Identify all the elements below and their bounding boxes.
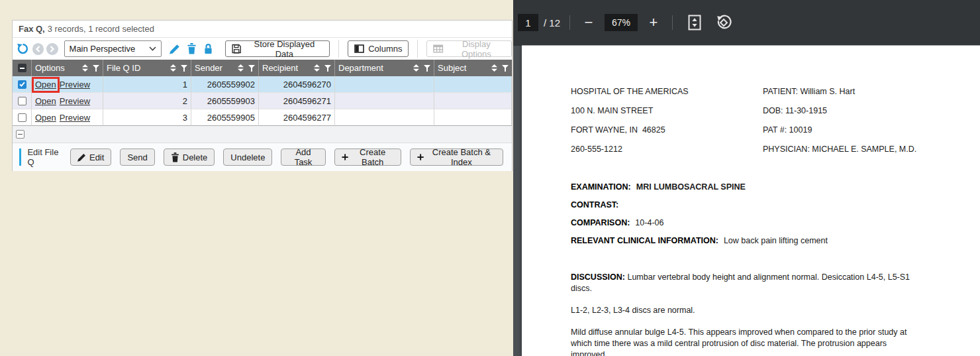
file-q-id-cell: 2: [103, 93, 191, 109]
toolbar-divider: [417, 40, 418, 58]
filter-icon[interactable]: [424, 65, 430, 72]
patient-line: PHYSICIAN: MICHAEL E. SAMPLE, M.D.: [763, 140, 916, 159]
filter-icon[interactable]: [324, 65, 331, 72]
row-checkbox[interactable]: [18, 80, 26, 89]
perspective-select[interactable]: Main Perspective: [64, 40, 162, 57]
zoom-in-button[interactable]: +: [644, 13, 663, 32]
row-checkbox-cell: [13, 76, 32, 93]
column-label: File Q ID: [107, 63, 170, 73]
sender-cell: 2605559905: [191, 109, 259, 126]
exam-field: EXAMINATION:MRI LUMBOSACRAL SPINE: [571, 178, 980, 196]
page-number-input[interactable]: [518, 14, 538, 31]
undelete-button[interactable]: Undelete: [223, 148, 272, 166]
subject-cell: [434, 109, 512, 126]
options-cell: Open Preview: [32, 109, 103, 126]
filter-icon[interactable]: [248, 65, 255, 72]
facility-line: 260-555-1212: [571, 140, 763, 159]
file-q-id-cell: 1: [103, 76, 191, 93]
open-link[interactable]: Open: [35, 96, 56, 106]
department-cell: [335, 76, 434, 93]
display-options-label: Display Options: [448, 39, 505, 59]
patient-line: PAT #: 10019: [763, 121, 916, 140]
discussion-paragraph: DISCUSSION: Lumbar vertebral body height…: [571, 272, 918, 294]
add-task-button[interactable]: Add Task: [281, 148, 325, 166]
refresh-icon[interactable]: [17, 42, 29, 55]
collapse-group-row: [13, 126, 512, 143]
sort-icon[interactable]: [314, 64, 320, 72]
preview-link[interactable]: Preview: [60, 96, 90, 106]
row-checkbox[interactable]: [18, 113, 26, 122]
column-label: Department: [338, 63, 413, 73]
edit-perspective-icon[interactable]: [170, 44, 180, 54]
lock-perspective-icon[interactable]: [203, 43, 213, 54]
filter-icon[interactable]: [502, 65, 509, 72]
rotate-page-icon[interactable]: [714, 13, 734, 32]
zoom-out-button[interactable]: −: [579, 13, 598, 32]
sort-icon[interactable]: [238, 64, 244, 72]
row-checkbox[interactable]: [18, 97, 26, 105]
send-label: Send: [127, 152, 147, 162]
forward-button[interactable]: [46, 43, 58, 55]
preview-link[interactable]: Preview: [60, 80, 90, 89]
create-batch-label: Create Batch: [352, 147, 394, 167]
patient-line: PATIENT: William S. Hart: [763, 82, 916, 101]
chevron-down-icon: [149, 46, 156, 51]
send-button[interactable]: Send: [120, 148, 154, 166]
plus-icon: [417, 153, 424, 161]
page-count-label: / 12: [544, 17, 560, 29]
table-row[interactable]: Open Preview 1 2605559902 2604596270: [13, 76, 512, 93]
edit-button[interactable]: Edit: [70, 148, 111, 166]
delete-label: Delete: [183, 152, 208, 162]
create-batch-button[interactable]: Create Batch: [334, 148, 401, 166]
delete-button[interactable]: Delete: [164, 148, 215, 166]
table-row[interactable]: Open Preview 3 2605559905 2604596277: [13, 109, 512, 126]
medical-report: HOSPITAL OF THE AMERICAS 100 N. MAIN STR…: [522, 45, 980, 356]
toolbar-divider: [569, 15, 570, 30]
select-all-header[interactable]: [13, 60, 32, 76]
filter-icon[interactable]: [181, 65, 187, 72]
filter-icon[interactable]: [93, 65, 99, 72]
open-link[interactable]: Open: [35, 80, 56, 89]
undelete-label: Undelete: [230, 152, 265, 162]
field-label: COMPARISON:: [571, 218, 630, 227]
exam-fields: EXAMINATION:MRI LUMBOSACRAL SPINE CONTRA…: [571, 178, 980, 250]
recipient-cell: 2604596271: [259, 93, 335, 109]
fax-q-table: Options File Q ID Sender Recipient Depar…: [13, 60, 512, 126]
row-checkbox-cell: [13, 109, 32, 126]
edit-label: Edit: [89, 152, 104, 162]
sort-icon[interactable]: [413, 64, 419, 72]
create-batch-index-button[interactable]: Create Batch & Index: [410, 148, 503, 166]
recipient-cell: 2604596277: [259, 109, 335, 126]
sort-icon[interactable]: [82, 64, 88, 72]
column-header-recipient[interactable]: Recipient: [259, 60, 335, 76]
facility-block: HOSPITAL OF THE AMERICAS 100 N. MAIN STR…: [571, 82, 763, 159]
column-header-department[interactable]: Department: [335, 60, 434, 76]
columns-button[interactable]: Columns: [348, 40, 409, 57]
sender-cell: 2605559902: [191, 76, 259, 93]
select-all-checkbox[interactable]: [18, 64, 26, 72]
delete-perspective-icon[interactable]: [187, 43, 197, 54]
plus-icon: [342, 153, 348, 161]
back-button[interactable]: [32, 43, 44, 55]
sort-icon[interactable]: [491, 64, 497, 72]
department-cell: [335, 93, 434, 109]
zoom-level-value[interactable]: 67%: [605, 14, 638, 31]
sort-icon[interactable]: [170, 64, 176, 72]
column-header-options[interactable]: Options: [32, 60, 103, 76]
column-label: Sender: [195, 63, 238, 73]
column-label: Subject: [438, 63, 491, 73]
collapse-icon[interactable]: [16, 130, 24, 139]
facility-line: FORT WAYNE, IN 46825: [571, 121, 763, 140]
fit-page-icon[interactable]: [685, 13, 705, 32]
document-page[interactable]: HOSPITAL OF THE AMERICAS 100 N. MAIN STR…: [522, 45, 980, 356]
column-header-file-q-id[interactable]: File Q ID: [103, 60, 191, 76]
column-header-subject[interactable]: Subject: [434, 60, 512, 76]
open-link[interactable]: Open: [35, 113, 56, 123]
facility-line: 100 N. MAIN STREET: [571, 101, 763, 121]
column-header-sender[interactable]: Sender: [191, 60, 259, 76]
store-displayed-data-button[interactable]: Store Displayed Data: [225, 40, 330, 57]
table-row[interactable]: Open Preview 2 2605559903 2604596271: [13, 93, 512, 109]
preview-link[interactable]: Preview: [60, 113, 90, 123]
subject-cell: [434, 93, 512, 109]
display-options-button[interactable]: Display Options: [426, 40, 512, 57]
